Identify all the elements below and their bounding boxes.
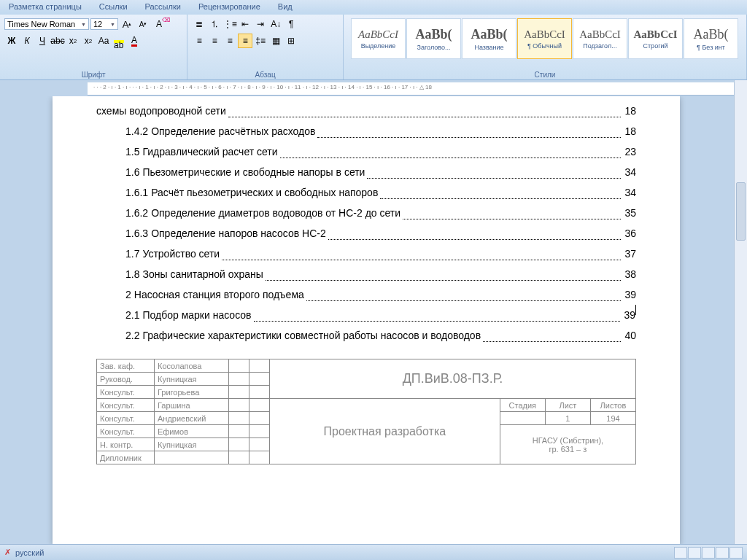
- view-draft[interactable]: [729, 547, 743, 559]
- tab-page-layout[interactable]: Разметка страницы: [0, 0, 90, 15]
- style-strong[interactable]: AaBbCcIСтрогий: [628, 18, 683, 59]
- numbering-button[interactable]: ⒈: [207, 17, 222, 31]
- shrink-font-button[interactable]: A▾: [136, 17, 150, 31]
- sort-button[interactable]: A↓: [268, 17, 283, 31]
- status-bar: ✗ русский: [0, 544, 747, 560]
- tab-references[interactable]: Ссылки: [90, 0, 136, 15]
- style-emphasis[interactable]: AaBbCcIВыделение: [351, 18, 406, 59]
- horizontal-ruler[interactable]: · · · 2 · ı · 1 · ı · · · ı · 1 · ı · 2 …: [88, 82, 741, 96]
- toc-line[interactable]: 1.6.2 Определение диаметров водоводов от…: [96, 203, 636, 223]
- superscript-button[interactable]: x2: [81, 34, 96, 48]
- change-case-button[interactable]: Aa: [96, 34, 111, 48]
- language-indicator[interactable]: русский: [15, 548, 44, 557]
- style-subtitle[interactable]: AaBbCcIПодзагол...: [573, 18, 627, 59]
- toc-line[interactable]: 1.6.3 Определение напоров насосов НС-236: [96, 223, 636, 244]
- scrollbar-thumb[interactable]: [736, 182, 746, 241]
- title-block-stamp: Зав. каф.КосолаповаДП.ВиВ.08-ПЗ.Р. Руков…: [96, 359, 636, 464]
- strike-button[interactable]: abc: [50, 34, 65, 48]
- bullets-button[interactable]: ≣: [192, 17, 206, 31]
- font-size-combo[interactable]: 12▼: [90, 18, 118, 30]
- toc-line[interactable]: 1.5 Гидравлический расчет сети23: [96, 141, 636, 162]
- bold-button[interactable]: Ж: [4, 34, 19, 48]
- highlight-button[interactable]: ab: [112, 34, 126, 48]
- italic-button[interactable]: К: [20, 34, 34, 48]
- decrease-indent-button[interactable]: ⇤: [238, 17, 252, 31]
- view-print-layout[interactable]: [674, 547, 687, 559]
- group-styles: AaBbCcIВыделение AaBb(Заголово... AaBb(Н…: [344, 15, 747, 79]
- align-center-button[interactable]: ≡: [207, 34, 222, 48]
- toc-line[interactable]: 1.7 Устройство сети37: [96, 244, 636, 264]
- shading-button[interactable]: ▦: [268, 34, 283, 48]
- align-left-button[interactable]: ≡: [192, 34, 206, 48]
- view-outline[interactable]: [716, 547, 729, 559]
- toc-line[interactable]: 1.8 Зоны санитарной охраны38: [96, 264, 636, 284]
- style-nospacing[interactable]: AaBb(¶ Без инт: [684, 18, 738, 59]
- toc-line[interactable]: 1.4.2 Определение расчётных расходов18: [96, 121, 636, 141]
- font-name-combo[interactable]: Times New Roman▼: [4, 18, 89, 30]
- style-heading[interactable]: AaBb(Заголово...: [406, 18, 461, 59]
- toc-line[interactable]: 1.6.1 Расчёт пьезометрических и свободны…: [96, 182, 636, 203]
- toc-line[interactable]: 2.1 Подбор марки насосов39: [96, 305, 636, 325]
- tab-review[interactable]: Рецензирование: [190, 0, 269, 15]
- style-normal[interactable]: AaBbCcI¶ Обычный: [517, 18, 572, 59]
- toc-line[interactable]: схемы водопроводной сети18: [96, 101, 636, 121]
- group-paragraph: ≣ ⒈ ⋮≡ ⇤ ⇥ A↓ ¶ ≡ ≡ ≡ ≡ ‡≡ ▦ ⊞ Абзац: [187, 15, 344, 79]
- tab-mailings[interactable]: Рассылки: [136, 0, 190, 15]
- underline-button[interactable]: Ч: [35, 34, 50, 48]
- document-area: схемы водопроводной сети181.4.2 Определе…: [0, 96, 732, 544]
- toc-line[interactable]: 2 Насосная станция второго подъема39: [96, 284, 636, 305]
- grow-font-button[interactable]: A▴: [120, 17, 134, 31]
- font-color-button[interactable]: A: [127, 34, 142, 48]
- ribbon-tabs: Разметка страницы Ссылки Рассылки Реценз…: [0, 0, 747, 15]
- align-right-button[interactable]: ≡: [222, 34, 237, 48]
- view-buttons: [674, 547, 743, 559]
- style-title[interactable]: AaBb(Название: [462, 18, 516, 59]
- vertical-scrollbar[interactable]: [734, 80, 747, 544]
- show-marks-button[interactable]: ¶: [284, 17, 298, 31]
- spellcheck-icon[interactable]: ✗: [4, 548, 11, 557]
- toc-line[interactable]: 1.6 Пьезометрические и свободные напоры …: [96, 162, 636, 182]
- subscript-button[interactable]: x2: [66, 34, 80, 48]
- clear-formatting-button[interactable]: A⌫: [152, 17, 166, 31]
- view-full-reading[interactable]: [688, 547, 701, 559]
- toc-line[interactable]: 2.2 Графические характеристики совместно…: [96, 325, 636, 346]
- group-font: Times New Roman▼ 12▼ A▴ A▾ A⌫ Ж К Ч abc …: [0, 15, 187, 79]
- borders-button[interactable]: ⊞: [284, 34, 298, 48]
- page[interactable]: схемы водопроводной сети181.4.2 Определе…: [53, 96, 680, 544]
- multilevel-button[interactable]: ⋮≡: [222, 17, 237, 31]
- ribbon: Times New Roman▼ 12▼ A▴ A▾ A⌫ Ж К Ч abc …: [0, 15, 747, 80]
- increase-indent-button[interactable]: ⇥: [253, 17, 268, 31]
- view-web-layout[interactable]: [702, 547, 715, 559]
- tab-view[interactable]: Вид: [269, 0, 301, 15]
- line-spacing-button[interactable]: ‡≡: [253, 34, 268, 48]
- justify-button[interactable]: ≡: [238, 34, 252, 48]
